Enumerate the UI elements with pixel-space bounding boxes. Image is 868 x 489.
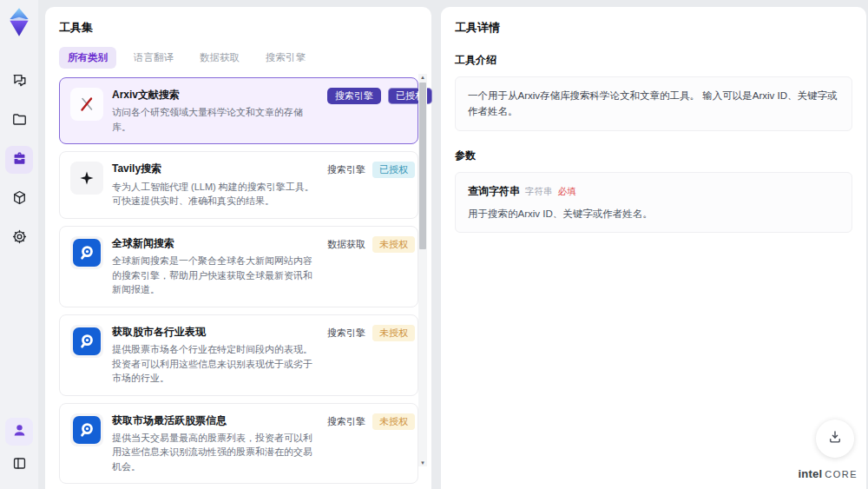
tool-category-badge: 搜索引擎 bbox=[327, 88, 381, 104]
tool-category-badge: 搜索引擎 bbox=[327, 413, 365, 430]
tool-description: 提供当天交易量最高的股票列表，投资者可以利用这些信息来识别流动性强的股票和潜在的… bbox=[112, 431, 319, 474]
tool-name: 全球新闻搜索 bbox=[112, 236, 319, 251]
gear-icon bbox=[11, 228, 28, 248]
tool-badges: 搜索引擎 未授权 bbox=[327, 325, 415, 386]
sidebar-item-chat[interactable] bbox=[5, 68, 33, 96]
brand-word-intel: intel bbox=[798, 467, 822, 480]
tool-description: 专为人工智能代理 (LLM) 构建的搜索引擎工具。可快速提供实时、准确和真实的结… bbox=[112, 180, 319, 208]
folder-icon bbox=[11, 111, 28, 131]
tool-list-area: Arxiv文献搜索 访问各个研究领域大量科学论文和文章的存储库。 搜索引擎 已授… bbox=[59, 77, 431, 470]
sidebar-item-cube[interactable] bbox=[5, 185, 33, 213]
param-card: 查询字符串 字符串 必填 用于搜索的Arxiv ID、关键字或作者姓名。 bbox=[455, 172, 852, 234]
sidebar-item-panel[interactable] bbox=[5, 451, 33, 479]
sidebar-item-gear[interactable] bbox=[5, 224, 33, 252]
sparkle-icon bbox=[70, 162, 103, 195]
tool-category-badge: 搜索引擎 bbox=[327, 162, 365, 178]
category-tabs: 所有类别语言翻译数据获取搜索引擎 bbox=[59, 47, 431, 69]
toolset-panel: 工具集 所有类别语言翻译数据获取搜索引擎 Arxiv文献搜索 访问各个研究领域大… bbox=[45, 7, 431, 489]
sidebar-item-toolbox[interactable] bbox=[5, 146, 33, 174]
app-logo-icon[interactable] bbox=[6, 7, 32, 36]
tool-badges: 搜索引擎 已授权 bbox=[327, 162, 415, 208]
sidebar-nav bbox=[5, 68, 33, 252]
user-icon bbox=[11, 422, 28, 442]
panel-icon bbox=[11, 455, 28, 475]
intro-text: 一个用于从Arxiv存储库搜索科学论文和文章的工具。 输入可以是Arxiv ID… bbox=[455, 76, 852, 131]
tool-list: Arxiv文献搜索 访问各个研究领域大量科学论文和文章的存储库。 搜索引擎 已授… bbox=[59, 77, 418, 489]
toolset-title: 工具集 bbox=[59, 20, 431, 36]
param-desc: 用于搜索的Arxiv ID、关键字或作者姓名。 bbox=[468, 206, 839, 221]
tab-category-1[interactable]: 语言翻译 bbox=[125, 47, 182, 69]
param-required-flag: 必填 bbox=[558, 184, 576, 199]
tool-description: 全球新闻搜索是一个聚合全球各大新闻网站内容的搜索引擎，帮助用户快速获取全球最新资… bbox=[112, 254, 319, 297]
param-type: 字符串 bbox=[525, 184, 553, 199]
intro-heading: 工具介绍 bbox=[455, 53, 852, 68]
brand-word-core: core bbox=[825, 469, 858, 479]
tool-badges: 数据获取 未授权 bbox=[327, 236, 415, 297]
arxiv-icon bbox=[70, 88, 103, 121]
download-button[interactable] bbox=[816, 420, 854, 458]
intel-core-logo: intel core bbox=[798, 467, 858, 480]
chat-icon bbox=[11, 72, 28, 92]
tool-name: 获取股市各行业表现 bbox=[112, 325, 319, 340]
tool-badges: 搜索引擎 未授权 bbox=[327, 413, 415, 474]
tool-card[interactable]: Tavily搜索 专为人工智能代理 (LLM) 构建的搜索引擎工具。可快速提供实… bbox=[59, 151, 418, 218]
news-search-icon bbox=[70, 325, 103, 358]
tab-category-0[interactable]: 所有类别 bbox=[59, 47, 116, 69]
toolbox-icon bbox=[11, 150, 28, 170]
tab-category-2[interactable]: 数据获取 bbox=[191, 47, 248, 69]
tool-name: Arxiv文献搜索 bbox=[112, 88, 319, 102]
tool-card[interactable]: 全球新闻搜索 全球新闻搜索是一个聚合全球各大新闻网站内容的搜索引擎，帮助用户快速… bbox=[59, 226, 418, 307]
tab-category-3[interactable]: 搜索引擎 bbox=[257, 47, 314, 69]
tool-auth-badge: 未授权 bbox=[372, 325, 415, 341]
download-icon bbox=[827, 429, 843, 448]
tool-auth-badge: 已授权 bbox=[372, 162, 415, 178]
tool-badges: 搜索引擎 已授权 bbox=[327, 88, 432, 134]
app-sidebar bbox=[0, 0, 38, 489]
param-name: 查询字符串 bbox=[468, 183, 520, 200]
tool-description: 提供股票市场各个行业在特定时间段内的表现。投资者可以利用这些信息来识别表现优于或… bbox=[112, 342, 319, 386]
news-search-icon bbox=[70, 413, 103, 446]
detail-title: 工具详情 bbox=[455, 20, 852, 36]
tool-category-badge: 数据获取 bbox=[327, 236, 365, 253]
tool-card[interactable]: Arxiv文献搜索 访问各个研究领域大量科学论文和文章的存储库。 搜索引擎 已授… bbox=[59, 77, 418, 144]
news-search-icon bbox=[70, 236, 103, 269]
scroll-down-icon[interactable]: ▼ bbox=[420, 459, 425, 466]
list-scrollbar[interactable]: ▲ ▼ bbox=[418, 74, 427, 466]
tool-card[interactable]: 获取股市各行业表现 提供股票市场各个行业在特定时间段内的表现。投资者可以利用这些… bbox=[59, 314, 418, 396]
tool-auth-badge: 未授权 bbox=[372, 236, 415, 253]
scroll-up-icon[interactable]: ▲ bbox=[420, 74, 425, 81]
sidebar-item-user[interactable] bbox=[5, 418, 33, 446]
tool-name: Tavily搜索 bbox=[112, 162, 319, 176]
sidebar-item-folder[interactable] bbox=[5, 107, 33, 135]
tool-detail-panel: 工具详情 工具介绍 一个用于从Arxiv存储库搜索科学论文和文章的工具。 输入可… bbox=[441, 7, 866, 489]
params-heading: 参数 bbox=[455, 149, 852, 163]
tool-category-badge: 搜索引擎 bbox=[327, 325, 365, 341]
cube-icon bbox=[11, 189, 28, 209]
tool-card[interactable]: 获取市场最活跃股票信息 提供当天交易量最高的股票列表，投资者可以利用这些信息来识… bbox=[59, 403, 418, 485]
sidebar-bottom bbox=[5, 418, 33, 479]
scroll-thumb[interactable] bbox=[419, 83, 426, 249]
tool-description: 访问各个研究领域大量科学论文和文章的存储库。 bbox=[112, 105, 319, 134]
tool-auth-badge: 未授权 bbox=[372, 413, 415, 430]
tool-name: 获取市场最活跃股票信息 bbox=[112, 413, 319, 428]
